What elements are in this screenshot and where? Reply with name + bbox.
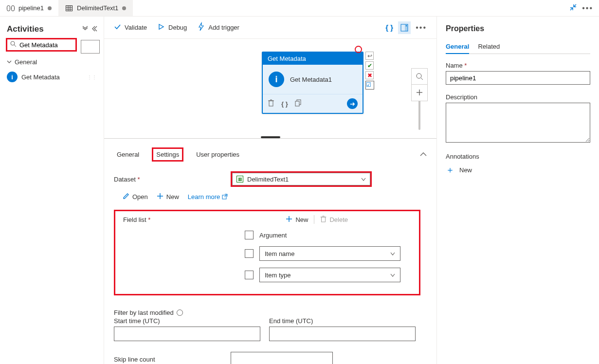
editor-tabbar: pipeline1 DelimitedText1 ••• bbox=[0, 0, 599, 17]
activity-get-metadata[interactable]: i Get Metadata ⋮⋮ bbox=[4, 69, 100, 85]
collapse-icon[interactable] bbox=[569, 3, 577, 13]
skip-line-label: Skip line count bbox=[114, 356, 231, 363]
config-tab-settings[interactable]: Settings bbox=[152, 147, 183, 162]
new-label: New bbox=[166, 193, 179, 200]
dataset-icon: ▦ bbox=[236, 176, 243, 182]
select-all-checkbox[interactable] bbox=[245, 231, 254, 239]
dataset-label: Dataset bbox=[114, 176, 231, 183]
open-dataset-button[interactable]: Open bbox=[123, 193, 148, 201]
tab-delimitedtext1[interactable]: DelimitedText1 bbox=[58, 0, 133, 16]
config-tab-user-properties[interactable]: User properties bbox=[193, 149, 242, 160]
row-checkbox[interactable] bbox=[245, 249, 254, 258]
trash-icon bbox=[320, 216, 327, 224]
tab-pipeline1[interactable]: pipeline1 bbox=[0, 0, 58, 16]
category-label: General bbox=[15, 58, 37, 66]
activity-node-get-metadata[interactable]: Get Metadata i Get Metadata1 { } bbox=[262, 52, 363, 114]
svg-point-7 bbox=[11, 41, 15, 45]
config-tab-general[interactable]: General bbox=[114, 149, 142, 160]
unsaved-dot-icon bbox=[122, 6, 126, 10]
add-trigger-button[interactable]: Add trigger bbox=[198, 23, 239, 32]
info-icon[interactable] bbox=[177, 309, 183, 316]
search-extra-box[interactable] bbox=[81, 40, 100, 54]
chevron-down-icon bbox=[390, 272, 395, 279]
activities-sidebar: Activities General bbox=[0, 17, 104, 364]
table-icon bbox=[65, 5, 73, 12]
canvas-search-button[interactable] bbox=[411, 68, 428, 85]
plus-icon bbox=[286, 216, 292, 224]
svg-rect-26 bbox=[322, 217, 326, 222]
copy-icon[interactable] bbox=[295, 99, 302, 108]
activities-title: Activities bbox=[7, 24, 44, 34]
svg-point-17 bbox=[417, 73, 421, 78]
chevron-down-icon bbox=[390, 250, 395, 257]
add-annotation-button[interactable]: ＋ New bbox=[446, 164, 590, 176]
argument-select-1[interactable]: Item type bbox=[259, 268, 400, 282]
learn-more-label: Learn more bbox=[188, 193, 220, 200]
category-general[interactable]: General bbox=[4, 55, 100, 69]
field-list-label: Field list bbox=[123, 216, 150, 223]
svg-rect-2 bbox=[66, 5, 73, 11]
delete-icon[interactable] bbox=[268, 99, 274, 108]
add-annotation-label: New bbox=[459, 166, 472, 174]
dataset-value: DelimitedText1 bbox=[247, 176, 289, 183]
collapse-sidebar-icon[interactable] bbox=[91, 26, 97, 33]
field-list-delete-button[interactable]: Delete bbox=[320, 216, 348, 224]
svg-rect-12 bbox=[269, 101, 273, 106]
activity-label: Get Metadata bbox=[21, 73, 60, 81]
fl-new-label: New bbox=[295, 216, 308, 223]
info-icon: i bbox=[269, 72, 284, 87]
code-view-button[interactable]: { } bbox=[385, 23, 393, 32]
argument-value: Item name bbox=[265, 250, 294, 257]
skip-handle-icon[interactable]: ↩ bbox=[365, 52, 374, 60]
drag-handle-icon: ⋮⋮ bbox=[87, 74, 97, 80]
continue-icon[interactable]: ➜ bbox=[347, 98, 358, 109]
new-dataset-button[interactable]: New bbox=[157, 193, 179, 201]
debug-button[interactable]: Debug bbox=[158, 23, 187, 32]
node-name: Get Metadata1 bbox=[290, 76, 332, 83]
highlight-ring-icon bbox=[355, 46, 362, 53]
prop-tab-general[interactable]: General bbox=[446, 40, 469, 54]
properties-title: Properties bbox=[446, 24, 590, 33]
skip-line-input[interactable] bbox=[231, 352, 333, 364]
completion-handle-icon[interactable]: ☑ bbox=[365, 81, 374, 90]
activities-search[interactable] bbox=[6, 38, 77, 52]
properties-toggle-button[interactable] bbox=[398, 21, 411, 34]
svg-point-11 bbox=[406, 25, 407, 26]
start-time-label: Start time (UTC) bbox=[114, 317, 260, 325]
open-label: Open bbox=[132, 193, 148, 200]
expand-all-icon[interactable] bbox=[82, 26, 88, 33]
chevron-down-icon bbox=[361, 176, 366, 183]
svg-line-18 bbox=[421, 78, 423, 80]
plus-icon bbox=[157, 193, 163, 201]
validate-button[interactable]: Validate bbox=[114, 23, 147, 32]
node-header: Get Metadata bbox=[263, 53, 363, 65]
collapse-panel-icon[interactable] bbox=[420, 151, 427, 158]
argument-select-0[interactable]: Item name bbox=[259, 246, 400, 261]
dataset-select[interactable]: ▦ DelimitedText1 bbox=[231, 171, 372, 187]
fl-delete-label: Delete bbox=[329, 216, 348, 223]
end-time-input[interactable] bbox=[269, 327, 416, 341]
activities-search-input[interactable] bbox=[19, 41, 73, 49]
code-icon[interactable]: { } bbox=[281, 100, 288, 108]
description-textarea[interactable] bbox=[446, 103, 590, 143]
pipeline-name-input[interactable] bbox=[446, 71, 590, 85]
learn-more-link[interactable]: Learn more bbox=[188, 193, 228, 200]
toolbar-more-icon[interactable]: ••• bbox=[416, 23, 427, 32]
unsaved-dot-icon bbox=[48, 6, 52, 10]
success-handle-icon[interactable]: ✔ bbox=[365, 61, 374, 70]
pipeline-canvas[interactable]: Get Metadata i Get Metadata1 { } bbox=[104, 39, 436, 136]
prop-tab-related[interactable]: Related bbox=[478, 40, 500, 54]
more-icon[interactable]: ••• bbox=[582, 4, 593, 13]
pipeline-icon bbox=[7, 5, 15, 12]
pencil-icon bbox=[123, 193, 129, 201]
properties-panel: Properties General Related Name Descript… bbox=[436, 17, 599, 364]
canvas-add-button[interactable] bbox=[411, 85, 428, 101]
field-list-new-button[interactable]: New bbox=[286, 216, 308, 224]
validate-label: Validate bbox=[125, 24, 147, 31]
description-label: Description bbox=[446, 93, 590, 101]
failure-handle-icon[interactable]: ✖ bbox=[365, 71, 374, 79]
row-checkbox[interactable] bbox=[245, 271, 254, 279]
start-time-input[interactable] bbox=[114, 327, 260, 341]
svg-rect-0 bbox=[7, 5, 10, 11]
plus-icon: ＋ bbox=[446, 164, 454, 176]
